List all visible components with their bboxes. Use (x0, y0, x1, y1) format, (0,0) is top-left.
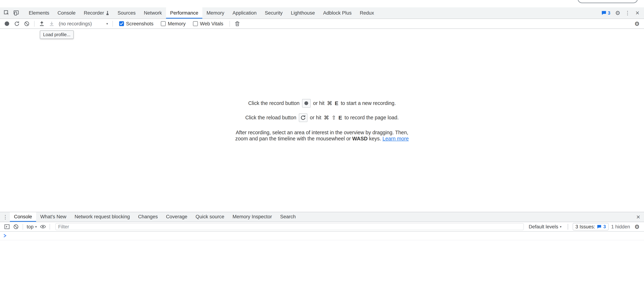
browser-popup-fragment (578, 0, 638, 3)
issues-count: 3 (608, 11, 610, 16)
javascript-context-dropdown[interactable]: top ▾ (25, 224, 38, 230)
tab-console[interactable]: Console (53, 7, 80, 19)
recordings-select-value: (no recordings) (59, 21, 92, 27)
console-issues-button[interactable]: 3 Issues: 3 (573, 223, 609, 230)
screenshots-checkbox[interactable]: Screenshots (116, 21, 157, 27)
memory-checkbox[interactable]: Memory (158, 21, 189, 27)
tab-network[interactable]: Network (140, 7, 166, 19)
checkbox-unchecked-icon (193, 21, 198, 26)
toolbar-divider (568, 224, 568, 230)
more-options-button[interactable]: ⋮ (622, 10, 632, 16)
context-value: top (27, 224, 34, 230)
toolbar-divider (230, 21, 230, 27)
save-profile-button[interactable] (47, 19, 56, 28)
tab-application[interactable]: Application (228, 7, 261, 19)
kebab-menu-icon: ⋮ (3, 214, 8, 220)
close-drawer-button[interactable]: × (635, 212, 644, 222)
live-expression-button[interactable] (38, 222, 48, 231)
record-button[interactable] (2, 19, 12, 28)
download-icon (49, 21, 54, 26)
tab-label: Recorder (84, 10, 104, 16)
instruction-text: Click the record button (248, 100, 300, 106)
tab-adblock-plus[interactable]: Adblock Plus (319, 7, 356, 19)
drawer-tab-changes[interactable]: Changes (134, 212, 162, 222)
instruction-text: to record the page load. (344, 115, 399, 121)
console-sidebar-toggle-button[interactable] (2, 222, 12, 231)
tab-label: Sources (118, 10, 136, 16)
shortcut-key: E (338, 115, 342, 121)
tab-security[interactable]: Security (261, 7, 287, 19)
tab-label: Memory (206, 10, 224, 16)
devtools-main-tabbar: Elements Console Recorder Sources Networ… (0, 7, 644, 19)
reload-and-record-button[interactable] (12, 19, 22, 28)
eye-icon (40, 225, 46, 229)
cmd-key-glyph: ⌘ (324, 114, 329, 121)
checkbox-unchecked-icon (161, 21, 166, 26)
cmd-key-glyph: ⌘ (327, 100, 332, 106)
drawer-tab-memory-inspector[interactable]: Memory Inspector (228, 212, 276, 222)
tab-memory[interactable]: Memory (202, 7, 228, 19)
console-sidebar-icon (4, 224, 10, 229)
clear-icon (24, 21, 30, 27)
drawer-tab-coverage[interactable]: Coverage (162, 212, 192, 222)
learn-more-link[interactable]: Learn more (382, 136, 409, 141)
console-output-area[interactable] (0, 240, 644, 302)
close-icon: × (636, 9, 639, 17)
web-vitals-checkbox[interactable]: Web Vitals (190, 21, 226, 27)
gear-icon: ⚙ (634, 21, 640, 27)
chevron-down-icon: ▾ (35, 225, 37, 229)
recordings-select[interactable]: (no recordings) ▾ (57, 21, 110, 27)
tab-performance[interactable]: Performance (166, 7, 202, 19)
drawer-tab-console[interactable]: Console (10, 212, 36, 222)
checkbox-label: Web Vitals (200, 21, 223, 27)
device-toolbar-button[interactable] (12, 7, 22, 19)
tab-sources[interactable]: Sources (114, 7, 140, 19)
console-settings-button[interactable]: ⚙ (632, 222, 642, 231)
console-input[interactable] (0, 232, 644, 240)
log-levels-dropdown[interactable]: Default levels ▾ (527, 224, 563, 230)
issues-bubble-icon (597, 224, 602, 229)
drawer-tabbar: ⋮ Console What's New Network request blo… (0, 212, 644, 222)
close-devtools-button[interactable]: × (632, 9, 642, 17)
drawer-menu-button[interactable]: ⋮ (1, 212, 10, 222)
hint-text: zoom and pan the timeline with the mouse… (235, 136, 351, 141)
tab-lighthouse[interactable]: Lighthouse (287, 7, 319, 19)
clear-console-button[interactable] (12, 222, 20, 231)
drawer-tab-quick-source[interactable]: Quick source (191, 212, 228, 222)
chevron-down-icon: ▾ (560, 225, 562, 229)
tabbar-right-cluster: 3 ⚙ ⋮ × (599, 7, 644, 19)
drawer-tab-whats-new[interactable]: What's New (36, 212, 70, 222)
checkbox-checked-icon (119, 21, 124, 26)
settings-gear-button[interactable]: ⚙ (613, 10, 622, 16)
gear-icon: ⚙ (634, 224, 640, 230)
tab-recorder[interactable]: Recorder (80, 7, 114, 19)
tab-label: Network (144, 10, 162, 16)
clear-recordings-button[interactable] (22, 19, 31, 28)
tab-label: Application (232, 10, 256, 16)
instruction-text: or hit (313, 100, 324, 106)
tab-label: Quick source (196, 214, 224, 220)
inspect-element-button[interactable] (2, 7, 12, 19)
console-toolbar-right: Default levels ▾ 3 Issues: 3 1 hidden ⚙ (527, 222, 642, 231)
toolbar-divider (50, 224, 50, 230)
load-profile-tooltip: Load profile... (40, 30, 74, 39)
checkbox-label: Screenshots (126, 21, 154, 27)
trash-icon (235, 21, 240, 27)
drawer-tab-search[interactable]: Search (276, 212, 300, 222)
capture-settings-button[interactable]: ⚙ (632, 19, 642, 28)
drawer-tab-network-request-blocking[interactable]: Network request blocking (70, 212, 134, 222)
tab-redux[interactable]: Redux (356, 7, 378, 19)
garbage-collect-button[interactable] (233, 19, 242, 28)
shift-key-glyph: ⇧ (332, 114, 336, 121)
record-button-illustration (302, 99, 311, 108)
tab-label: What's New (40, 214, 66, 220)
console-filter-input[interactable] (55, 223, 524, 230)
record-icon (5, 22, 9, 26)
gear-icon: ⚙ (615, 10, 620, 16)
issues-counter-button[interactable]: 3 (599, 11, 613, 16)
reload-instruction: Click the reload button or hit ⌘ ⇧ E to … (245, 113, 399, 122)
tab-label: Memory Inspector (232, 214, 272, 220)
shortcut-key: E (335, 100, 338, 106)
load-profile-button[interactable] (38, 19, 46, 28)
tab-elements[interactable]: Elements (24, 7, 53, 19)
